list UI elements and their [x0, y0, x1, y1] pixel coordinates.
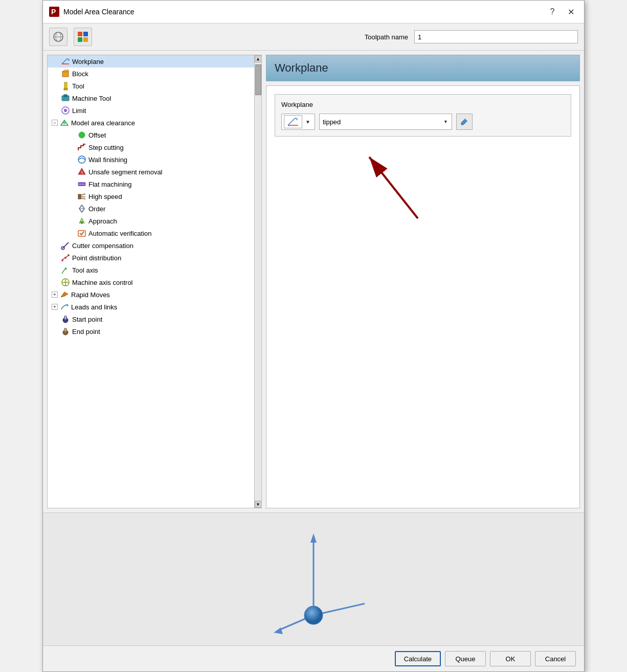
section-header: Workplane — [266, 55, 580, 81]
expand-workplane — [52, 58, 59, 65]
arrow-annotation — [275, 137, 571, 229]
tree-label-limit: Limit — [72, 107, 86, 115]
axis-widget-area — [43, 512, 584, 645]
expand-point — [52, 254, 59, 261]
startpoint-icon — [61, 315, 70, 324]
unsafe-icon: ! — [77, 167, 86, 176]
scroll-thumb[interactable] — [255, 64, 261, 95]
toolpath-name-label: Toolpath name — [365, 33, 408, 41]
queue-button[interactable]: Queue — [445, 651, 486, 666]
toolaxis-icon — [61, 265, 70, 275]
tree-item-workplane[interactable]: Workplane — [48, 55, 254, 68]
close-button[interactable]: ✕ — [564, 5, 578, 19]
tree-item-machinetool[interactable]: Machine Tool — [48, 92, 254, 104]
tree-item-startpoint[interactable]: Start point — [48, 313, 254, 325]
tree-label-point: Point distribution — [72, 254, 121, 262]
expand-toolaxis — [52, 266, 59, 274]
tree-label-step: Step cutting — [88, 144, 124, 151]
svg-point-23 — [78, 156, 85, 163]
tree-item-modelarea[interactable]: − Model area clearance — [48, 117, 254, 129]
section-body: Workplane ▼ — [266, 85, 580, 508]
tree-item-rapid[interactable]: + Rapid Moves — [48, 288, 254, 301]
expand-approach — [68, 217, 75, 225]
toolpath-toolbar-icon[interactable] — [74, 28, 92, 46]
scroll-up-button[interactable]: ▲ — [255, 55, 262, 62]
svg-point-21 — [79, 132, 85, 138]
workplane-group-label: Workplane — [281, 101, 565, 108]
toolpath-name-input[interactable] — [414, 30, 578, 43]
ok-button[interactable]: OK — [490, 651, 531, 666]
tree-label-leads: Leads and links — [71, 303, 117, 311]
tree-label-machineaxis: Machine axis control — [72, 279, 133, 286]
geometry-toolbar-icon[interactable] — [49, 28, 68, 46]
workplane-type-button[interactable]: ▼ — [281, 114, 315, 130]
expand-limit — [52, 107, 59, 114]
expand-endpoint — [52, 328, 59, 335]
svg-marker-53 — [295, 118, 297, 120]
tree-item-offset[interactable]: Offset — [48, 129, 254, 141]
pencil-icon — [459, 117, 469, 127]
tree-item-cutter[interactable]: Cutter compensation — [48, 239, 254, 252]
tree-scroll: Workplane Block Tool — [48, 55, 254, 508]
tree-label-machinetool: Machine Tool — [72, 95, 111, 102]
machineaxis-icon — [61, 278, 70, 287]
expand-wall — [68, 156, 75, 163]
expand-modelarea: − — [52, 120, 58, 126]
tree-item-highspeed[interactable]: High speed — [48, 190, 254, 203]
tree-label-block: Block — [72, 70, 88, 78]
block-icon — [61, 69, 70, 78]
wall-icon — [77, 155, 86, 164]
tree-item-step[interactable]: Step cutting — [48, 141, 254, 153]
svg-rect-7 — [78, 37, 82, 42]
offset-icon — [77, 130, 86, 140]
tool-icon — [61, 81, 70, 91]
tree-label-wall: Wall finishing — [88, 156, 127, 164]
bottom-bar: Calculate Queue OK Cancel — [43, 645, 584, 671]
workplane-type-chevron: ▼ — [303, 119, 312, 125]
workplane-row: ▼ tipped world custom — [281, 114, 565, 130]
tree-item-unsafe[interactable]: ! Unsafe segment removal — [48, 166, 254, 178]
axes-icon — [286, 116, 300, 127]
svg-point-40 — [68, 254, 70, 256]
tree-item-limit[interactable]: Limit — [48, 104, 254, 117]
scroll-down-button[interactable]: ▼ — [255, 501, 262, 508]
cancel-button[interactable]: Cancel — [535, 651, 576, 666]
tree-panel: Workplane Block Tool — [47, 55, 262, 508]
tree-label-tool: Tool — [72, 82, 84, 90]
tree-item-machineaxis[interactable]: Machine axis control — [48, 276, 254, 288]
limit-icon — [61, 106, 70, 115]
expand-autoverif — [68, 230, 75, 237]
calculate-button[interactable]: Calculate — [395, 651, 441, 666]
workplane-edit-button[interactable] — [456, 114, 473, 130]
workplane-select[interactable]: tipped world custom — [319, 114, 452, 130]
tree-item-toolaxis[interactable]: Tool axis — [48, 264, 254, 276]
tree-item-tool[interactable]: Tool — [48, 80, 254, 92]
help-button[interactable]: ? — [545, 5, 559, 19]
workplane-group: Workplane ▼ — [275, 94, 571, 137]
tree-label-order: Order — [88, 205, 105, 213]
tree-item-leads[interactable]: + Leads and links — [48, 301, 254, 313]
expand-machinetool — [52, 95, 59, 102]
tree-item-block[interactable]: Block — [48, 68, 254, 80]
tree-item-approach[interactable]: Approach — [48, 215, 254, 227]
machinetool-icon — [61, 94, 70, 103]
sphere-icon — [52, 31, 64, 43]
tree-item-wall[interactable]: Wall finishing — [48, 153, 254, 166]
svg-rect-50 — [64, 328, 66, 332]
svg-marker-11 — [67, 59, 69, 61]
leads-icon — [60, 302, 69, 311]
tree-item-point[interactable]: Point distribution — [48, 252, 254, 264]
tree-item-autoverif[interactable]: Automatic verification — [48, 227, 254, 239]
tree-item-flat[interactable]: Flat machining — [48, 178, 254, 190]
tree-item-order[interactable]: Order — [48, 203, 254, 215]
tree-item-endpoint[interactable]: End point — [48, 325, 254, 338]
svg-rect-5 — [78, 32, 82, 36]
svg-rect-17 — [64, 95, 67, 97]
svg-line-56 — [369, 157, 418, 218]
rapid-icon — [60, 290, 69, 299]
tree-label-autoverif: Automatic verification — [88, 230, 152, 237]
svg-rect-15 — [64, 88, 68, 90]
tree-label-workplane: Workplane — [72, 58, 104, 65]
workplane-icon — [61, 57, 70, 66]
svg-rect-48 — [64, 316, 66, 320]
